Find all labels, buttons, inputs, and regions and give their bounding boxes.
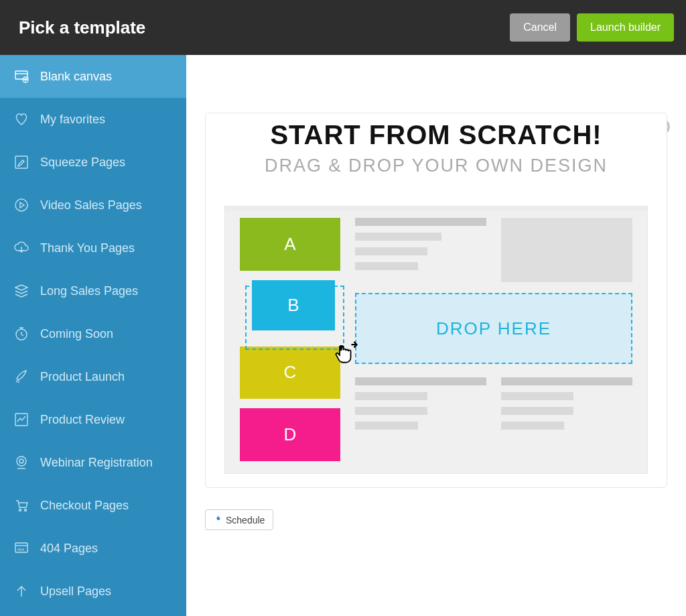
mock-block-a: A [240,218,340,271]
svg-rect-0 [15,71,27,79]
placeholder-line [501,422,564,430]
preview-title: START FROM SCRATCH! [206,120,667,150]
mock-block-b: B [252,280,335,330]
sidebar-item-video-sales[interactable]: Video Sales Pages [0,184,186,227]
arrow-up-icon [13,583,29,599]
sidebar-item-label: Product Launch [40,370,125,384]
webcam-icon [13,454,29,471]
sidebar-item-404-pages[interactable]: 404 404 Pages [0,527,186,570]
sidebar-item-my-favorites[interactable]: My favorites [0,98,186,141]
placeholder-line [355,422,418,430]
stack-icon [13,283,29,299]
sidebar-item-label: Thank You Pages [40,241,135,255]
error-page-icon: 404 [13,540,29,556]
sidebar-item-product-launch[interactable]: Product Launch [0,355,186,398]
mock-right-column: DROP HERE [355,218,632,461]
sidebar-item-label: Coming Soon [40,327,113,341]
sidebar-item-label: Upsell Pages [40,584,111,599]
sidebar-item-label: Product Review [40,413,125,427]
placeholder-line [355,392,427,400]
placeholder-line [355,377,486,385]
preview-subtitle: DRAG & DROP YOUR OWN DESIGN [206,156,667,176]
svg-point-11 [19,509,21,511]
header: Pick a template Cancel Launch builder [0,0,686,55]
placeholder-line [355,262,418,270]
template-preview-card[interactable]: START FROM SCRATCH! DRAG & DROP YOUR OWN… [205,113,667,488]
sidebar-item-label: Webinar Registration [40,456,153,470]
placeholder-line [355,218,486,226]
sidebar-item-label: My favorites [40,113,105,127]
svg-point-9 [17,456,26,466]
sidebar-item-coming-soon[interactable]: Coming Soon [0,312,186,355]
drag-cursor-icon [332,338,362,368]
schedule-icon [214,514,222,526]
page-title: Pick a template [19,17,145,38]
layout-mockup: A B C D [224,206,648,474]
svg-point-10 [19,459,23,463]
header-buttons: Cancel Launch builder [510,13,674,42]
cloud-download-icon [13,240,29,256]
sidebar-item-blank-canvas[interactable]: Blank canvas [0,55,186,98]
sidebar-item-product-review[interactable]: Product Review [0,398,186,441]
placeholder-box [501,218,632,282]
sidebar-item-label: Squeeze Pages [40,156,125,170]
sidebar-item-label: Blank canvas [40,70,112,84]
placeholder-line [355,407,427,415]
heart-icon [13,111,29,127]
placeholder-line [501,392,573,400]
svg-point-12 [25,509,27,511]
mock-block-c: C [240,347,340,399]
rocket-icon [13,369,29,385]
sidebar-item-label: Video Sales Pages [40,198,142,212]
cancel-button[interactable]: Cancel [510,13,570,42]
mock-left-column: A B C D [240,218,340,461]
svg-rect-5 [15,156,27,168]
sidebar: Blank canvas My favorites Squeeze Pages … [0,55,186,616]
schedule-label: Schedule [226,515,265,526]
placeholder-line [501,377,632,385]
sidebar-item-long-sales[interactable]: Long Sales Pages [0,269,186,312]
sidebar-item-upsell-pages[interactable]: Upsell Pages [0,570,186,613]
placeholder-line [501,407,573,415]
sidebar-item-thank-you[interactable]: Thank You Pages [0,227,186,269]
sidebar-item-webinar-registration[interactable]: Webinar Registration [0,441,186,484]
clock-icon [13,326,29,342]
main-content: P Save START FROM SCRATCH! DRAG & DROP Y… [186,55,686,616]
sidebar-item-label: Long Sales Pages [40,284,138,298]
sidebar-item-label: Checkout Pages [40,499,129,513]
canvas-plus-icon [13,68,29,84]
cart-icon [13,497,29,513]
play-circle-icon [13,197,29,213]
edit-icon [13,154,29,170]
svg-point-6 [15,199,27,211]
chart-icon [13,412,29,428]
placeholder-line [355,247,427,255]
mock-block-d: D [240,408,340,461]
drop-zone: DROP HERE [355,293,632,364]
launch-builder-button[interactable]: Launch builder [577,13,674,42]
schedule-button[interactable]: Schedule [205,509,273,530]
placeholder-line [355,233,441,241]
sidebar-item-squeeze-pages[interactable]: Squeeze Pages [0,141,186,184]
svg-text:404: 404 [17,548,25,552]
sidebar-item-label: 404 Pages [40,542,98,556]
sidebar-item-checkout-pages[interactable]: Checkout Pages [0,484,186,527]
